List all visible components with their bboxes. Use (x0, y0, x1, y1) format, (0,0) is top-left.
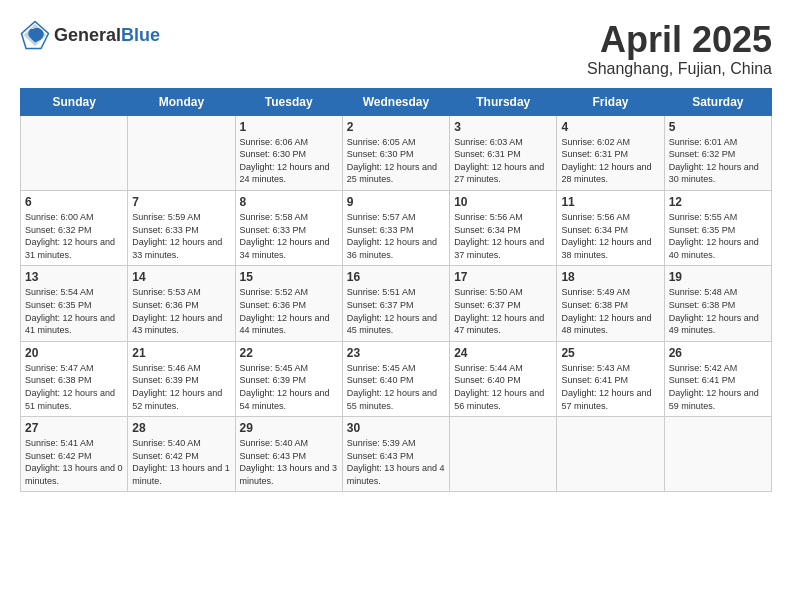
day-number: 2 (347, 120, 445, 134)
day-info: Sunrise: 5:45 AMSunset: 6:40 PMDaylight:… (347, 362, 445, 412)
day-cell: 17Sunrise: 5:50 AMSunset: 6:37 PMDayligh… (450, 266, 557, 341)
day-number: 12 (669, 195, 767, 209)
day-cell: 20Sunrise: 5:47 AMSunset: 6:38 PMDayligh… (21, 341, 128, 416)
day-cell (557, 417, 664, 492)
day-cell: 4Sunrise: 6:02 AMSunset: 6:31 PMDaylight… (557, 115, 664, 190)
weekday-header-monday: Monday (128, 88, 235, 115)
day-number: 26 (669, 346, 767, 360)
day-number: 5 (669, 120, 767, 134)
day-info: Sunrise: 5:46 AMSunset: 6:39 PMDaylight:… (132, 362, 230, 412)
day-info: Sunrise: 5:42 AMSunset: 6:41 PMDaylight:… (669, 362, 767, 412)
day-number: 23 (347, 346, 445, 360)
day-cell: 12Sunrise: 5:55 AMSunset: 6:35 PMDayligh… (664, 190, 771, 265)
day-number: 20 (25, 346, 123, 360)
day-info: Sunrise: 5:53 AMSunset: 6:36 PMDaylight:… (132, 286, 230, 336)
week-row-2: 6Sunrise: 6:00 AMSunset: 6:32 PMDaylight… (21, 190, 772, 265)
day-cell: 2Sunrise: 6:05 AMSunset: 6:30 PMDaylight… (342, 115, 449, 190)
day-number: 27 (25, 421, 123, 435)
page-header: GeneralBlue April 2025 Shanghang, Fujian… (20, 20, 772, 78)
day-cell (664, 417, 771, 492)
day-info: Sunrise: 6:00 AMSunset: 6:32 PMDaylight:… (25, 211, 123, 261)
day-info: Sunrise: 5:50 AMSunset: 6:37 PMDaylight:… (454, 286, 552, 336)
day-info: Sunrise: 5:55 AMSunset: 6:35 PMDaylight:… (669, 211, 767, 261)
location-subtitle: Shanghang, Fujian, China (587, 60, 772, 78)
day-cell: 1Sunrise: 6:06 AMSunset: 6:30 PMDaylight… (235, 115, 342, 190)
day-info: Sunrise: 6:05 AMSunset: 6:30 PMDaylight:… (347, 136, 445, 186)
day-info: Sunrise: 6:06 AMSunset: 6:30 PMDaylight:… (240, 136, 338, 186)
day-cell (128, 115, 235, 190)
day-number: 30 (347, 421, 445, 435)
weekday-header-sunday: Sunday (21, 88, 128, 115)
day-info: Sunrise: 5:43 AMSunset: 6:41 PMDaylight:… (561, 362, 659, 412)
day-number: 18 (561, 270, 659, 284)
day-info: Sunrise: 6:02 AMSunset: 6:31 PMDaylight:… (561, 136, 659, 186)
day-info: Sunrise: 5:56 AMSunset: 6:34 PMDaylight:… (454, 211, 552, 261)
day-number: 6 (25, 195, 123, 209)
weekday-header-thursday: Thursday (450, 88, 557, 115)
title-block: April 2025 Shanghang, Fujian, China (587, 20, 772, 78)
month-title: April 2025 (587, 20, 772, 60)
day-number: 11 (561, 195, 659, 209)
day-number: 1 (240, 120, 338, 134)
day-cell: 26Sunrise: 5:42 AMSunset: 6:41 PMDayligh… (664, 341, 771, 416)
day-info: Sunrise: 5:59 AMSunset: 6:33 PMDaylight:… (132, 211, 230, 261)
weekday-header-tuesday: Tuesday (235, 88, 342, 115)
day-number: 25 (561, 346, 659, 360)
day-info: Sunrise: 5:57 AMSunset: 6:33 PMDaylight:… (347, 211, 445, 261)
day-number: 21 (132, 346, 230, 360)
day-number: 16 (347, 270, 445, 284)
logo: GeneralBlue (20, 20, 160, 50)
day-number: 13 (25, 270, 123, 284)
day-info: Sunrise: 5:58 AMSunset: 6:33 PMDaylight:… (240, 211, 338, 261)
day-cell: 5Sunrise: 6:01 AMSunset: 6:32 PMDaylight… (664, 115, 771, 190)
day-info: Sunrise: 5:51 AMSunset: 6:37 PMDaylight:… (347, 286, 445, 336)
day-info: Sunrise: 5:41 AMSunset: 6:42 PMDaylight:… (25, 437, 123, 487)
day-info: Sunrise: 5:52 AMSunset: 6:36 PMDaylight:… (240, 286, 338, 336)
day-number: 9 (347, 195, 445, 209)
day-number: 17 (454, 270, 552, 284)
day-cell (450, 417, 557, 492)
weekday-header-friday: Friday (557, 88, 664, 115)
day-info: Sunrise: 5:40 AMSunset: 6:42 PMDaylight:… (132, 437, 230, 487)
week-row-5: 27Sunrise: 5:41 AMSunset: 6:42 PMDayligh… (21, 417, 772, 492)
logo-general-text: GeneralBlue (54, 26, 160, 44)
day-cell: 9Sunrise: 5:57 AMSunset: 6:33 PMDaylight… (342, 190, 449, 265)
day-cell: 10Sunrise: 5:56 AMSunset: 6:34 PMDayligh… (450, 190, 557, 265)
day-number: 3 (454, 120, 552, 134)
day-cell (21, 115, 128, 190)
day-number: 8 (240, 195, 338, 209)
day-cell: 19Sunrise: 5:48 AMSunset: 6:38 PMDayligh… (664, 266, 771, 341)
day-cell: 24Sunrise: 5:44 AMSunset: 6:40 PMDayligh… (450, 341, 557, 416)
day-cell: 11Sunrise: 5:56 AMSunset: 6:34 PMDayligh… (557, 190, 664, 265)
day-info: Sunrise: 5:54 AMSunset: 6:35 PMDaylight:… (25, 286, 123, 336)
day-number: 29 (240, 421, 338, 435)
day-number: 19 (669, 270, 767, 284)
day-cell: 8Sunrise: 5:58 AMSunset: 6:33 PMDaylight… (235, 190, 342, 265)
day-info: Sunrise: 5:47 AMSunset: 6:38 PMDaylight:… (25, 362, 123, 412)
day-number: 24 (454, 346, 552, 360)
day-cell: 30Sunrise: 5:39 AMSunset: 6:43 PMDayligh… (342, 417, 449, 492)
week-row-3: 13Sunrise: 5:54 AMSunset: 6:35 PMDayligh… (21, 266, 772, 341)
weekday-header-wednesday: Wednesday (342, 88, 449, 115)
day-cell: 25Sunrise: 5:43 AMSunset: 6:41 PMDayligh… (557, 341, 664, 416)
weekday-header-saturday: Saturday (664, 88, 771, 115)
day-cell: 29Sunrise: 5:40 AMSunset: 6:43 PMDayligh… (235, 417, 342, 492)
week-row-4: 20Sunrise: 5:47 AMSunset: 6:38 PMDayligh… (21, 341, 772, 416)
day-info: Sunrise: 5:45 AMSunset: 6:39 PMDaylight:… (240, 362, 338, 412)
day-number: 28 (132, 421, 230, 435)
day-cell: 14Sunrise: 5:53 AMSunset: 6:36 PMDayligh… (128, 266, 235, 341)
day-cell: 22Sunrise: 5:45 AMSunset: 6:39 PMDayligh… (235, 341, 342, 416)
week-row-1: 1Sunrise: 6:06 AMSunset: 6:30 PMDaylight… (21, 115, 772, 190)
day-cell: 3Sunrise: 6:03 AMSunset: 6:31 PMDaylight… (450, 115, 557, 190)
day-info: Sunrise: 6:03 AMSunset: 6:31 PMDaylight:… (454, 136, 552, 186)
day-info: Sunrise: 5:49 AMSunset: 6:38 PMDaylight:… (561, 286, 659, 336)
day-info: Sunrise: 5:39 AMSunset: 6:43 PMDaylight:… (347, 437, 445, 487)
day-cell: 23Sunrise: 5:45 AMSunset: 6:40 PMDayligh… (342, 341, 449, 416)
calendar-table: SundayMondayTuesdayWednesdayThursdayFrid… (20, 88, 772, 493)
day-number: 10 (454, 195, 552, 209)
logo-icon (20, 20, 50, 50)
day-cell: 27Sunrise: 5:41 AMSunset: 6:42 PMDayligh… (21, 417, 128, 492)
day-cell: 13Sunrise: 5:54 AMSunset: 6:35 PMDayligh… (21, 266, 128, 341)
day-cell: 16Sunrise: 5:51 AMSunset: 6:37 PMDayligh… (342, 266, 449, 341)
day-info: Sunrise: 5:48 AMSunset: 6:38 PMDaylight:… (669, 286, 767, 336)
